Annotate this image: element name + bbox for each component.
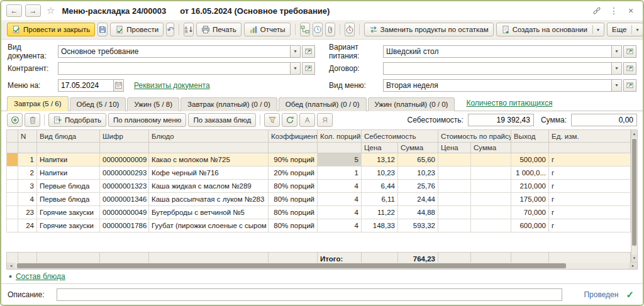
get-link-icon[interactable] [590,4,604,17]
cell-kind[interactable]: Напитки [37,167,100,180]
col-header-code[interactable]: Шифр [100,130,149,143]
reports-button[interactable]: Отчеты [244,23,291,36]
contract-input[interactable] [383,62,611,75]
cell-output[interactable]: 70,000 [511,206,549,219]
cell-coef[interactable]: 20% порций [269,167,318,180]
cell-n[interactable]: 23 [18,206,37,219]
cell-coef[interactable]: 80% порций [269,180,318,193]
cell-kind[interactable]: Первые блюда [37,180,100,193]
cell-n[interactable]: 1 [18,153,37,167]
close-icon[interactable]: × [624,4,638,17]
undo-button[interactable]: ↶ [166,23,174,36]
cost-total-field[interactable] [468,114,534,126]
cell-kind[interactable]: Напитки [37,153,100,167]
col-header-coef[interactable]: Коэффициент [269,130,318,143]
create-based-button[interactable]: Создать на основании ▾ [496,23,604,36]
cell-psum[interactable] [471,206,511,219]
meal-variant-input[interactable] [383,45,611,58]
col-header-price-group[interactable]: Стоимость по прайсу [438,130,511,143]
cell-unit[interactable]: г [549,153,631,167]
cell-n[interactable]: 24 [18,219,37,232]
delete-row-button[interactable] [25,113,40,127]
cell-price[interactable]: 148,33 [362,219,398,232]
cell-kind[interactable]: Первые блюда [37,193,100,206]
eaters-count-link[interactable]: Количество питающихся [466,99,552,107]
meal-variant-dropdown-button[interactable]: ▾ [611,45,622,58]
tab-breakfast-paid[interactable]: Завтрак (платный) (0 / 0) [180,97,277,111]
cell-output[interactable]: 1 000,0... [511,167,549,180]
col-header-dish[interactable]: Блюдо [149,130,269,143]
cell-code[interactable]: 00000001346 [100,193,149,206]
cell-price[interactable]: 11,22 [362,206,398,219]
print-button[interactable]: Печать [196,23,242,36]
sum-total-field[interactable] [571,114,637,126]
cell-price[interactable]: 6,11 [362,193,398,206]
vertical-scrollbar[interactable]: ▴ ▾ [631,129,638,263]
dish-composition-link[interactable]: Состав блюда [16,272,65,281]
pick-button[interactable]: Подобрать [48,113,106,127]
cell-unit[interactable]: г [549,219,631,232]
structure-button[interactable] [300,23,310,36]
cell-code[interactable]: 00000001786 [100,219,149,232]
by-plan-menu-button[interactable]: По плановому меню [108,113,187,127]
horizontal-scrollbar[interactable]: ◂ ▸ [6,263,638,270]
col-header-kind[interactable]: Вид блюда [37,130,100,143]
cell-price[interactable]: 13,12 [362,153,398,167]
col-header-output[interactable]: Выход [511,130,549,143]
cell-marker[interactable] [7,206,18,219]
letter-a-button[interactable]: А [299,113,315,127]
cell-dish[interactable]: Кофе черный №716 [149,167,269,180]
timer-button[interactable] [345,23,355,36]
cell-marker[interactable] [7,153,18,167]
cell-pprice[interactable] [438,219,471,232]
scroll-up-arrow[interactable]: ▴ [631,130,637,138]
description-input[interactable] [57,288,562,301]
tab-dinner[interactable]: Ужин (5 / 8) [127,97,179,111]
cell-n[interactable]: 3 [18,180,37,193]
table-row[interactable]: 1Напитки00000000009Какао с молоком №7259… [7,153,631,167]
vertical-scroll-track[interactable] [631,138,637,254]
contractor-input[interactable] [58,62,290,75]
cell-output[interactable]: 600,000 [511,219,549,232]
cell-kind[interactable]: Горячие закуски [37,206,100,219]
cell-output[interactable]: 500,000 [511,153,549,167]
meal-variant-open-button[interactable] [623,45,636,58]
tab-lunch[interactable]: Обед (5 / 10) [70,97,126,111]
cell-unit[interactable]: г [549,180,631,193]
cell-psum[interactable] [471,180,511,193]
col-header-n[interactable]: N [18,130,37,143]
scroll-right-arrow[interactable]: ▸ [629,263,637,269]
cell-sum[interactable]: 593,32 [398,219,438,232]
favorite-star-icon[interactable]: ☆ [47,5,55,16]
contract-open-button[interactable] [623,62,636,75]
scroll-left-arrow[interactable]: ◂ [7,263,15,269]
cell-dish[interactable]: Каша жидкая с маслом №289 [149,180,269,193]
cell-psum[interactable] [471,153,511,167]
attachments-button[interactable] [325,23,335,36]
cell-code[interactable]: 00000001323 [100,180,149,193]
cell-marker[interactable] [7,180,18,193]
cell-portions[interactable]: 5 [318,153,362,167]
history-button[interactable] [313,23,323,36]
col-subheader-list-sum[interactable]: Сумма [471,143,511,153]
col-header-unit[interactable]: Ед. изм. [549,130,631,143]
cell-output[interactable]: 210,000 [511,180,549,193]
cell-psum[interactable] [471,219,511,232]
cell-dish[interactable]: Гуубат (пирожки слоеные с сыром ... [149,219,269,232]
cell-coef[interactable]: 90% порций [269,153,318,167]
cell-unit[interactable]: г [549,193,631,206]
cell-dish[interactable]: Бутерброды с ветчиной №5 [149,206,269,219]
requisites-link[interactable]: Реквизиты документа [134,81,210,90]
sort-button[interactable]: АЯ [184,23,194,36]
cell-marker[interactable] [7,193,18,206]
table-row[interactable]: 3Первые блюда00000001323Каша жидкая с ма… [7,180,631,193]
cell-unit[interactable]: г [549,206,631,219]
post-and-close-button[interactable]: Провести и закрыть [7,23,95,36]
cell-n[interactable]: 2 [18,167,37,180]
cell-coef[interactable]: 80% порций [269,193,318,206]
cell-unit[interactable]: г [549,167,631,180]
cell-code[interactable]: 00000000293 [100,167,149,180]
cell-psum[interactable] [471,167,511,180]
cell-sum[interactable]: 44,88 [398,206,438,219]
post-button[interactable]: Провести [110,23,164,36]
